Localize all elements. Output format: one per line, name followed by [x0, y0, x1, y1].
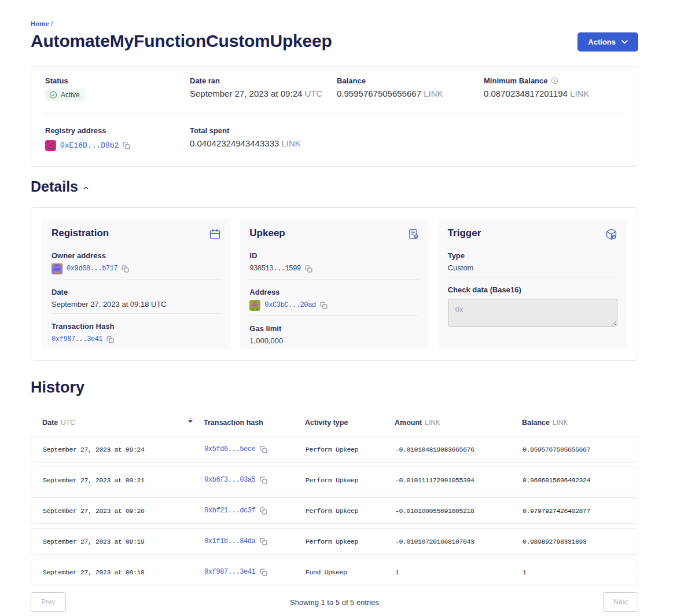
tx-hash-link[interactable]: 0xbf21...dc3f: [204, 507, 255, 515]
cube-icon: [605, 228, 617, 240]
row-activity: Perform Upkeep: [306, 507, 395, 515]
summary-registry-field: Registry address 0xE16D...D8b2: [45, 126, 190, 151]
actions-button[interactable]: Actions: [577, 32, 638, 52]
tx-hash-link[interactable]: 0x5fd6...5ece: [204, 445, 255, 453]
gas-limit-label: Gas limit: [249, 325, 419, 332]
copy-icon[interactable]: [260, 538, 267, 545]
row-hash: 0x1f1b...84da: [204, 537, 306, 545]
row-activity: Fund Upkeep: [306, 569, 395, 576]
upkeep-avatar: [249, 300, 260, 311]
table-row: September 27, 2023 at 09:24 0x5fd6...5ec…: [31, 436, 638, 463]
col-amount: Amount LINK: [395, 419, 522, 427]
checkdata-textarea[interactable]: [448, 299, 617, 327]
breadcrumb: Home/: [31, 20, 53, 27]
row-date: September 27, 2023 at 09:19: [43, 538, 204, 545]
upkeep-address-label: Address: [249, 288, 419, 296]
row-date: September 27, 2023 at 09:18: [43, 569, 204, 576]
row-hash: 0x5fd6...5ece: [204, 445, 306, 453]
card-divider: [51, 279, 221, 280]
card-divider: [249, 279, 419, 280]
col-tx-hash: Transaction hash: [204, 419, 305, 427]
table-row: September 27, 2023 at 09:20 0xbf21...dc3…: [31, 497, 638, 524]
copy-icon[interactable]: [260, 569, 267, 576]
owner-address-link[interactable]: 0x9d08...b717: [67, 263, 117, 274]
details-card: Registration Owner address 0x9d08...b717: [31, 207, 638, 361]
card-divider: [448, 277, 617, 277]
copy-icon[interactable]: [260, 507, 267, 515]
col-balance: Balance LINK: [522, 419, 638, 427]
row-hash: 0xb6f3...03a5: [204, 476, 306, 484]
check-circle-icon: [49, 91, 57, 99]
row-amount: -0.010104819083665676: [395, 446, 523, 453]
summary-total-spent-field: Total spent 0.04042324943443333 LINK: [190, 126, 337, 151]
upkeep-id-value: 938513...1599: [249, 263, 419, 274]
summary-card: Status Active Date ran September 27, 202…: [31, 66, 638, 167]
details-heading-row: Details: [31, 178, 638, 195]
registration-title: Registration: [51, 228, 109, 239]
summary-min-balance-field: Minimum Balance 0.0870234817201194 LINK: [484, 76, 624, 101]
balance-label: Balance: [337, 76, 484, 85]
table-row: September 27, 2023 at 09:18 0xf987...3e4…: [31, 559, 638, 585]
summary-status-field: Status Active: [45, 76, 190, 101]
date-ran-label: Date ran: [190, 76, 337, 85]
gas-limit-value: 1,000,000: [249, 336, 419, 345]
total-spent-label: Total spent: [190, 126, 337, 135]
copy-icon[interactable]: [305, 265, 312, 273]
owner-avatar: [51, 263, 62, 274]
upkeep-address-link[interactable]: 0xC3bC...20ad: [264, 300, 315, 311]
row-amount: -0.010100055691605218: [395, 507, 523, 515]
prev-button[interactable]: Prev: [31, 592, 66, 612]
date-ran-value: September 27, 2023 at 09:24 UTC: [190, 89, 337, 98]
next-button[interactable]: Next: [603, 592, 638, 612]
copy-icon[interactable]: [260, 446, 267, 453]
total-spent-value: 0.04042324943443333 LINK: [190, 139, 337, 148]
trigger-type-value: Custom: [448, 263, 617, 272]
history-table-body: September 27, 2023 at 09:24 0x5fd6...5ec…: [31, 436, 638, 585]
trigger-type-label: Type: [448, 252, 617, 259]
card-divider: [51, 313, 221, 314]
tx-hash-value: 0xf987...3e41: [51, 334, 221, 345]
status-badge-text: Active: [61, 91, 80, 99]
history-table-header: Date UTC Transaction hash Activity type …: [31, 419, 638, 427]
tx-hash-label: Transaction Hash: [51, 322, 221, 330]
row-date: September 27, 2023 at 09:21: [43, 476, 204, 484]
status-label: Status: [45, 76, 190, 85]
info-icon[interactable]: [551, 77, 558, 85]
summary-divider: [45, 113, 624, 114]
registry-avatar: [45, 140, 56, 151]
table-row: September 27, 2023 at 09:19 0x1f1b...84d…: [31, 528, 638, 555]
summary-date-ran-field: Date ran September 27, 2023 at 09:24 UTC: [190, 76, 337, 101]
chevron-up-icon[interactable]: [83, 186, 89, 190]
breadcrumb-home-link[interactable]: Home: [31, 20, 49, 27]
min-balance-value: 0.0870234817201194 LINK: [484, 89, 624, 98]
table-row: September 27, 2023 at 09:21 0xb6f3...03a…: [31, 467, 638, 493]
actions-button-label: Actions: [588, 38, 616, 46]
upkeep-card: Upkeep ID 938513...1599 Address: [240, 219, 428, 349]
row-balance: 0.9595767505655667: [523, 446, 638, 453]
status-badge: Active: [45, 89, 85, 101]
registration-card: Registration Owner address 0x9d08...b717: [42, 219, 230, 349]
upkeep-id-label: ID: [249, 252, 419, 259]
tx-hash-link[interactable]: 0xf987...3e41: [51, 334, 102, 345]
sort-icon[interactable]: [188, 417, 193, 423]
row-amount: 1: [395, 569, 523, 576]
copy-icon[interactable]: [123, 142, 130, 149]
col-activity-type: Activity type: [305, 419, 395, 427]
tx-hash-link[interactable]: 0x1f1b...84da: [204, 537, 255, 545]
tx-hash-link[interactable]: 0xf987...3e41: [204, 568, 255, 576]
copy-icon[interactable]: [122, 265, 129, 273]
row-balance: 1: [523, 569, 638, 576]
row-balance: 0.989892798331893: [523, 538, 638, 545]
row-balance: 0.9797927426402877: [523, 507, 638, 515]
tx-hash-link[interactable]: 0xb6f3...03a5: [204, 476, 255, 484]
upkeep-address-value: 0xC3bC...20ad: [249, 300, 419, 311]
row-hash: 0xf987...3e41: [204, 568, 306, 576]
pagination: Prev Showing 1 to 5 of 5 entries Next: [31, 592, 638, 612]
col-date[interactable]: Date UTC: [42, 419, 204, 427]
copy-icon[interactable]: [320, 302, 328, 309]
copy-icon[interactable]: [260, 476, 267, 484]
registry-address-link[interactable]: 0xE16D...D8b2: [60, 141, 119, 150]
upkeep-title: Upkeep: [249, 228, 285, 239]
calendar-icon: [209, 228, 221, 240]
copy-icon[interactable]: [106, 336, 114, 343]
